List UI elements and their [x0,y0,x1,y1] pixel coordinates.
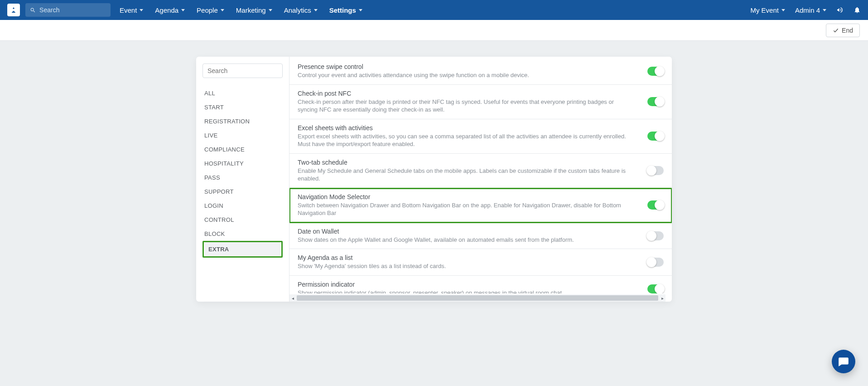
setting-toggle[interactable] [647,258,664,267]
setting-desc: Check-in person after their badge is pri… [298,98,633,114]
setting-desc: Show 'My Agenda' session tiles as a list… [298,262,446,270]
sidebar-items: ALLSTARTREGISTRATIONLIVECOMPLIANCEHOSPIT… [203,86,283,258]
setting-text: Check-in post NFCCheck-in person after t… [298,90,633,114]
sidebar: ALLSTARTREGISTRATIONLIVECOMPLIANCEHOSPIT… [196,57,289,302]
sidebar-item-registration[interactable]: REGISTRATION [203,114,283,128]
toggle-knob [646,231,656,241]
nav-search-wrapper[interactable] [25,3,111,17]
setting-desc: Switch between Navigation Drawer and Bot… [298,201,633,217]
setting-desc: Export excel sheets with activities, so … [298,132,633,148]
brand-logo[interactable] [7,4,20,16]
sidebar-highlight: EXTRA [203,241,283,258]
nav-admin-label: Admin 4 [795,6,820,14]
page-wrap: ALLSTARTREGISTRATIONLIVECOMPLIANCEHOSPIT… [0,41,868,318]
setting-toggle[interactable] [647,284,664,293]
sidebar-item-support[interactable]: SUPPORT [203,185,283,199]
setting-text: Permission indicatorShow permission indi… [298,281,562,293]
setting-desc: Show dates on the Apple Wallet and Googl… [298,236,574,244]
chevron-down-icon [781,9,785,11]
end-button[interactable]: End [826,24,860,37]
nav-item-agenda[interactable]: Agenda [155,6,185,14]
chevron-down-icon [181,9,185,11]
secondary-toolbar: End [0,20,868,41]
end-button-label: End [842,27,853,34]
nav-item-event[interactable]: Event [120,6,143,14]
chevron-down-icon [140,9,143,11]
sidebar-item-compliance[interactable]: COMPLIANCE [203,142,283,156]
toggle-knob [655,200,665,210]
top-navbar: EventAgendaPeopleMarketingAnalyticsSetti… [0,0,868,20]
toggle-knob [655,97,665,107]
setting-toggle[interactable] [647,200,664,210]
horizontal-scrollbar[interactable]: ◂ ▸ [289,294,665,302]
nav-item-label: Analytics [284,6,311,14]
setting-toggle[interactable] [647,97,664,106]
nav-search-input[interactable] [39,6,106,14]
sidebar-item-start[interactable]: START [203,100,283,114]
setting-text: Date on WalletShow dates on the Apple Wa… [298,228,574,244]
setting-row: My Agenda as a listShow 'My Agenda' sess… [289,249,672,276]
megaphone-icon[interactable] [836,6,844,14]
setting-toggle[interactable] [647,67,664,76]
nav-item-analytics[interactable]: Analytics [284,6,318,14]
setting-desc: Enable My Schedule and General Schedule … [298,167,633,183]
setting-title: Two-tab schedule [298,159,633,166]
setting-toggle[interactable] [647,132,664,141]
setting-row: Presence swipe controlControl your event… [289,57,672,85]
scroll-left-icon[interactable]: ◂ [289,295,296,301]
settings-scroll-area[interactable]: Presence swipe controlControl your event… [289,57,672,293]
check-icon [833,27,839,34]
sidebar-item-control[interactable]: CONTROL [203,213,283,227]
main-panel: ALLSTARTREGISTRATIONLIVECOMPLIANCEHOSPIT… [196,57,672,302]
nav-item-label: Event [120,6,137,14]
setting-text: Two-tab scheduleEnable My Schedule and G… [298,159,633,183]
nav-item-label: People [197,6,218,14]
chevron-down-icon [269,9,272,11]
nav-item-label: Settings [329,6,356,14]
setting-title: Check-in post NFC [298,90,633,97]
scroll-thumb[interactable] [297,295,658,301]
toggle-knob [655,66,665,76]
scroll-right-icon[interactable]: ▸ [659,295,665,301]
nav-item-settings[interactable]: Settings [329,6,362,14]
chevron-down-icon [359,9,362,11]
setting-toggle[interactable] [647,231,664,240]
setting-desc: Control your event and activities attend… [298,71,529,79]
setting-text: My Agenda as a listShow 'My Agenda' sess… [298,254,446,270]
toggle-knob [655,284,665,293]
sidebar-item-login[interactable]: LOGIN [203,199,283,213]
settings-content: Presence swipe controlControl your event… [289,57,672,302]
sidebar-item-hospitality[interactable]: HOSPITALITY [203,156,283,171]
sidebar-item-extra[interactable]: EXTRA [205,242,280,256]
nav-right: My Event Admin 4 [750,6,861,14]
setting-text: Presence swipe controlControl your event… [298,63,529,79]
setting-title: My Agenda as a list [298,254,446,261]
setting-row: Two-tab scheduleEnable My Schedule and G… [289,154,672,188]
sidebar-item-all[interactable]: ALL [203,86,283,100]
setting-row: Check-in post NFCCheck-in person after t… [289,85,672,119]
chevron-down-icon [823,9,826,11]
toggle-knob [655,131,665,141]
sidebar-item-pass[interactable]: PASS [203,171,283,185]
nav-item-people[interactable]: People [197,6,224,14]
nav-item-label: Marketing [236,6,266,14]
setting-text: Excel sheets with activitiesExport excel… [298,124,633,148]
setting-row: Excel sheets with activitiesExport excel… [289,119,672,154]
setting-toggle[interactable] [647,166,664,175]
setting-row: Permission indicatorShow permission indi… [289,276,672,293]
setting-row: Navigation Mode SelectorSwitch between N… [289,188,672,223]
nav-admin-dropdown[interactable]: Admin 4 [795,6,826,14]
sidebar-item-block[interactable]: BLOCK [203,227,283,241]
nav-event-dropdown[interactable]: My Event [750,6,785,14]
nav-item-marketing[interactable]: Marketing [236,6,272,14]
setting-row: Date on WalletShow dates on the Apple Wa… [289,223,672,249]
search-icon [30,7,36,14]
sidebar-search-input[interactable] [203,64,283,78]
setting-title: Excel sheets with activities [298,124,633,132]
chevron-down-icon [314,9,318,11]
setting-text: Navigation Mode SelectorSwitch between N… [298,193,633,217]
nav-item-label: Agenda [155,6,178,14]
bell-icon[interactable] [854,6,861,14]
sidebar-item-live[interactable]: LIVE [203,128,283,142]
setting-title: Permission indicator [298,281,562,288]
